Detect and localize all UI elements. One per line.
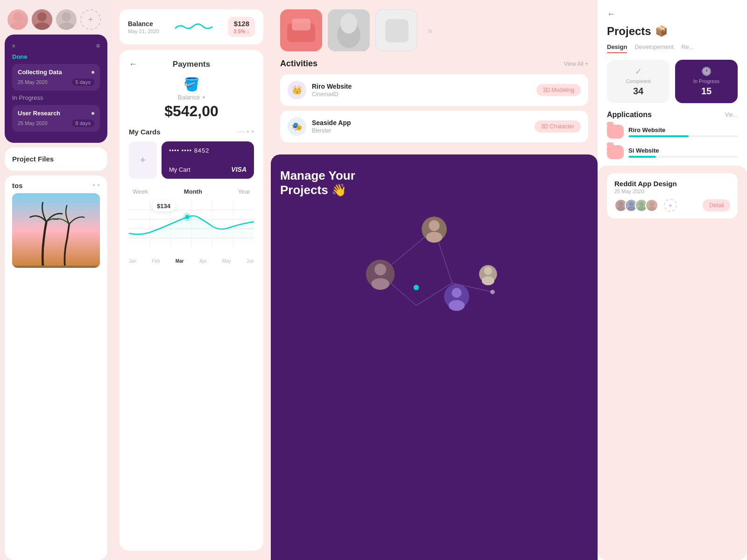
view-all-link[interactable]: View All + xyxy=(564,61,588,67)
svg-point-36 xyxy=(429,220,439,231)
app-name-si: Si Website xyxy=(628,147,738,154)
reddit-section: Reddit App Design 25 May 2020 xyxy=(598,166,747,560)
right-back-button[interactable]: ← xyxy=(607,9,738,19)
add-avatar-button[interactable]: + xyxy=(664,199,677,212)
chart-tab-week[interactable]: Week xyxy=(129,186,152,197)
photos-dots: • • xyxy=(92,181,100,189)
svg-point-40 xyxy=(371,278,389,290)
dropdown-arrow[interactable]: ▾ xyxy=(203,95,205,100)
balance-amount-box: $128 3.5% ↓ xyxy=(228,17,255,37)
add-card-button[interactable]: + xyxy=(129,141,157,179)
chart-tab-year[interactable]: Year xyxy=(234,186,254,197)
card-number: •••• •••• 8452 xyxy=(169,147,247,154)
task-name: Collecting Data xyxy=(18,69,62,76)
balance-change: 3.5% ↓ xyxy=(233,28,249,34)
activities-title: Activities xyxy=(280,59,317,69)
task-board: ≡ ≡ Done Collecting Data 25 May 2020 5 d… xyxy=(5,35,107,143)
thumb-more: » xyxy=(423,25,437,36)
palm-photo xyxy=(12,193,100,268)
tab-design[interactable]: Design xyxy=(607,43,627,52)
applications-view-link[interactable]: Vie... xyxy=(725,112,738,118)
task-card-research: User Research 25 May 2020 8 days xyxy=(12,105,100,132)
big-amount: $542,00 xyxy=(129,103,254,120)
in-progress-count: 15 xyxy=(701,86,712,97)
balance-date: May 21, 2020 xyxy=(128,28,159,34)
svg-rect-22 xyxy=(292,19,310,30)
photos-title: tos xyxy=(12,182,23,189)
activity-info-riro: Riro Website Cinema4D xyxy=(312,83,531,98)
thumb-light xyxy=(375,9,417,51)
svg-point-49 xyxy=(617,207,625,211)
svg-point-39 xyxy=(374,264,386,275)
project-files-title: Project Files xyxy=(12,155,54,163)
activity-item-riro: 👑 Riro Website Cinema4D 3D Modeling xyxy=(280,74,588,106)
avatars-row: + xyxy=(0,0,112,35)
svg-point-44 xyxy=(449,300,465,311)
activity-name-seaside: Seaside App xyxy=(312,119,529,126)
main-card: •••• •••• 8452 My Cart VISA xyxy=(162,141,254,179)
avatar-3[interactable] xyxy=(56,9,77,30)
avatar-1[interactable] xyxy=(7,9,28,30)
svg-point-50 xyxy=(629,202,634,206)
activity-name-riro: Riro Website xyxy=(312,83,531,90)
chart-tab-month[interactable]: Month xyxy=(180,186,206,197)
balance-label: Balance xyxy=(128,20,159,28)
reddit-title: Reddit App Design xyxy=(614,180,730,188)
activity-info-seaside: Seaside App Blender xyxy=(312,119,529,134)
add-avatar-button[interactable]: + xyxy=(80,9,101,30)
payments-panel: Balance May 21, 2020 $128 3.5% ↓ ← Payme… xyxy=(112,0,271,560)
card-name: My Cart xyxy=(169,166,190,173)
balance-mini-card: Balance May 21, 2020 $128 3.5% ↓ xyxy=(120,9,263,44)
svg-point-51 xyxy=(627,207,635,211)
activity-icon-riro: 👑 xyxy=(288,81,306,99)
board-title-label: ≡ xyxy=(12,43,15,49)
projects-emoji: 📦 xyxy=(655,25,668,37)
payments-title: Payments xyxy=(142,60,241,69)
activity-tag-riro: 3D Modeling xyxy=(536,84,581,96)
svg-point-1 xyxy=(10,22,25,30)
back-arrow[interactable]: ← xyxy=(129,59,137,69)
tab-more[interactable]: Re... xyxy=(681,43,694,52)
thumb-gray xyxy=(328,9,370,51)
svg-rect-8 xyxy=(12,196,100,266)
payments-card: ← Payments 🪣 Balance ▾ $542,00 My Cards … xyxy=(120,50,263,551)
reddit-avatars xyxy=(614,199,658,212)
stats-row: ✓ Completed 34 🕐 In Progress 15 xyxy=(607,60,738,103)
svg-point-33 xyxy=(414,285,419,291)
task-date-2: 25 May 2020 xyxy=(18,120,48,126)
activity-sub-seaside: Blender xyxy=(312,127,529,134)
app-folder-riro xyxy=(607,125,624,139)
mask-icon: 🎭 xyxy=(292,121,302,132)
svg-rect-27 xyxy=(385,19,409,42)
thumb-pink xyxy=(280,9,322,51)
product-thumbs: » xyxy=(280,9,588,51)
menu-icon[interactable]: ≡ xyxy=(96,42,100,49)
task-dot xyxy=(92,71,94,74)
manage-section: Manage YourProjects 👋 xyxy=(271,154,598,560)
app-info-si: Si Website xyxy=(628,147,738,158)
app-name-riro: Riro Website xyxy=(628,126,738,133)
tab-development[interactable]: Developement xyxy=(634,43,674,52)
avatar-2[interactable] xyxy=(32,9,52,30)
stat-completed: ✓ Completed 34 xyxy=(607,60,669,103)
app-bar-bg-riro xyxy=(628,135,738,137)
balance-wave-chart xyxy=(165,20,223,34)
my-cards-title: My Cards xyxy=(129,128,161,136)
app-bar-riro xyxy=(628,135,689,137)
projects-header: Projects 📦 xyxy=(607,25,738,38)
reddit-avatar-4 xyxy=(645,199,658,212)
svg-point-52 xyxy=(639,202,644,206)
chart-labels: Jan Feb Mar Apr May Jun xyxy=(129,259,254,264)
add-icon: + xyxy=(88,15,93,25)
svg-point-48 xyxy=(619,202,623,206)
svg-point-34 xyxy=(490,290,495,294)
detail-button[interactable]: Detail xyxy=(703,199,730,211)
app-folder-si xyxy=(607,145,624,159)
app-bar-bg-si xyxy=(628,156,738,158)
stat-in-progress: 🕐 In Progress 15 xyxy=(675,60,738,103)
svg-point-55 xyxy=(648,207,655,211)
svg-point-43 xyxy=(452,288,462,298)
app-info-riro: Riro Website xyxy=(628,126,738,137)
photos-card: tos • • xyxy=(5,175,107,560)
visa-logo: VISA xyxy=(231,166,247,173)
